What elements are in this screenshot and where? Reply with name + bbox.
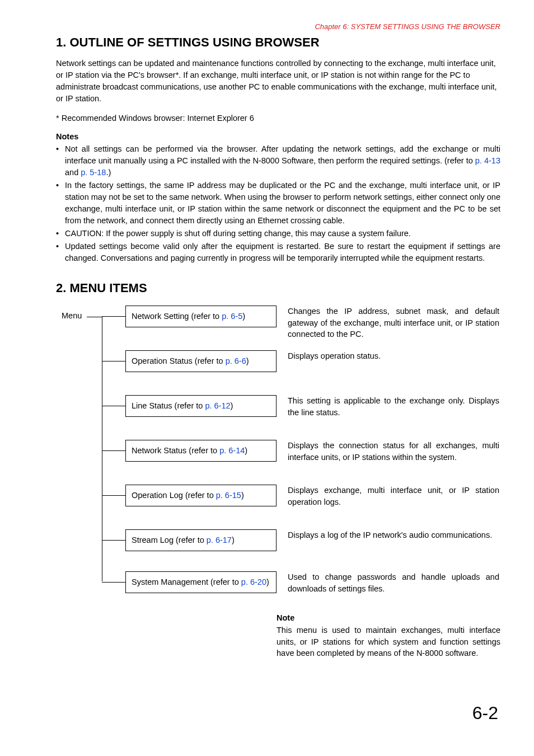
menu-item-row: Network Setting (refer to p. 6-5) Change… xyxy=(102,306,499,340)
menu-item-desc: Displays operation status. xyxy=(277,350,499,361)
menu-item-desc: Changes the IP address, subnet mask, and… xyxy=(277,306,499,340)
note-item: In the factory settings, the same IP add… xyxy=(56,180,500,227)
tree-line xyxy=(102,316,125,317)
page-link[interactable]: p. 6-12 xyxy=(205,401,230,410)
menu-tree: Menu Network Setting (refer to p. 6-5) C… xyxy=(56,306,500,652)
page-number: 6-2 xyxy=(56,703,500,724)
menu-item-label: Operation Status (refer to xyxy=(132,356,226,365)
section1-heading: 1. OUTLINE OF SETTINGS USING BROWSER xyxy=(56,35,500,50)
page-link[interactable]: p. 6-20 xyxy=(241,577,266,586)
menu-item-label: ) xyxy=(232,536,235,544)
menu-item-label: ) xyxy=(246,356,249,365)
tree-line xyxy=(102,495,125,496)
page-link[interactable]: p. 6-17 xyxy=(207,536,232,544)
menu-item-label: ) xyxy=(242,312,245,321)
page-link[interactable]: p. 6-5 xyxy=(222,312,242,321)
menu-item-box: Stream Log (refer to p. 6-17) xyxy=(125,529,277,551)
menu-item-label: ) xyxy=(231,401,233,410)
menu-item-row: Operation Status (refer to p. 6-6) Displ… xyxy=(102,350,499,372)
menu-note-heading: Note xyxy=(277,613,500,622)
chapter-header: Chapter 6: SYSTEM SETTINGS USING THE BRO… xyxy=(56,22,500,31)
note-item: CAUTION: If the power supply is shut off… xyxy=(56,228,500,240)
page-link[interactable]: p. 6-14 xyxy=(219,446,245,455)
menu-item-label: Network Status (refer to xyxy=(132,446,219,455)
page-link[interactable]: p. 6-6 xyxy=(226,356,246,365)
recommended-browser: * Recommended Windows browser: Internet … xyxy=(56,112,500,124)
tree-line xyxy=(102,582,125,583)
tree-line xyxy=(102,406,125,406)
tree-line xyxy=(102,450,125,451)
menu-item-desc: Used to change passwords and handle uplo… xyxy=(277,571,499,594)
menu-item-label: ) xyxy=(241,491,244,500)
tree-line xyxy=(102,361,125,361)
menu-item-row: Operation Log (refer to p. 6-15) Display… xyxy=(102,485,499,508)
menu-item-row: Line Status (refer to p. 6-12) This sett… xyxy=(102,395,499,418)
menu-item-label: Operation Log (refer to xyxy=(132,491,216,500)
note-text: and xyxy=(65,168,81,177)
menu-item-row: Network Status (refer to p. 6-14) Displa… xyxy=(102,440,499,463)
document-page: Chapter 6: SYSTEM SETTINGS USING THE BRO… xyxy=(0,0,534,746)
menu-item-box: System Management (refer to p. 6-20) xyxy=(125,571,277,593)
menu-item-box: Network Status (refer to p. 6-14) xyxy=(125,440,277,462)
menu-item-box: Line Status (refer to p. 6-12) xyxy=(125,395,277,417)
page-link[interactable]: p. 6-15 xyxy=(216,491,241,500)
menu-item-desc: Displays the connection status for all e… xyxy=(277,440,499,463)
menu-item-label: Line Status (refer to xyxy=(132,401,205,410)
menu-item-box: Operation Log (refer to p. 6-15) xyxy=(125,485,277,506)
menu-note: Note This menu is used to maintain excha… xyxy=(277,613,500,659)
section1-intro: Network settings can be updated and main… xyxy=(56,58,500,105)
notes-heading: Notes xyxy=(56,132,500,141)
menu-item-label: Network Setting (refer to xyxy=(132,312,222,321)
menu-item-box: Operation Status (refer to p. 6-6) xyxy=(125,350,277,372)
note-text: .) xyxy=(106,168,111,177)
menu-note-body: This menu is used to maintain exchanges,… xyxy=(277,624,500,659)
note-text: Not all settings can be performed via th… xyxy=(65,144,500,165)
notes-list: Not all settings can be performed via th… xyxy=(56,143,500,264)
menu-root-label: Menu xyxy=(62,311,82,320)
menu-item-label: ) xyxy=(266,577,269,586)
tree-line xyxy=(87,317,102,317)
menu-item-row: Stream Log (refer to p. 6-17) Displays a… xyxy=(102,529,499,551)
note-item: Not all settings can be performed via th… xyxy=(56,143,500,179)
note-item: Updated settings become valid only after… xyxy=(56,241,500,264)
tree-line xyxy=(102,540,125,541)
menu-item-label: System Management (refer to xyxy=(132,577,241,586)
page-link[interactable]: p. 4-13 xyxy=(475,156,500,165)
menu-item-box: Network Setting (refer to p. 6-5) xyxy=(125,306,277,327)
menu-item-desc: Displays a log of the IP network's audio… xyxy=(277,529,499,541)
section2-heading: 2. MENU ITEMS xyxy=(56,281,500,295)
page-link[interactable]: p. 5-18 xyxy=(81,168,106,177)
menu-item-row: System Management (refer to p. 6-20) Use… xyxy=(102,571,499,594)
menu-item-desc: Displays exchange, multi interface unit,… xyxy=(277,485,499,508)
menu-item-label: Stream Log (refer to xyxy=(132,536,207,544)
menu-item-desc: This setting is applicable to the exchan… xyxy=(277,395,499,418)
menu-item-label: ) xyxy=(245,446,247,455)
